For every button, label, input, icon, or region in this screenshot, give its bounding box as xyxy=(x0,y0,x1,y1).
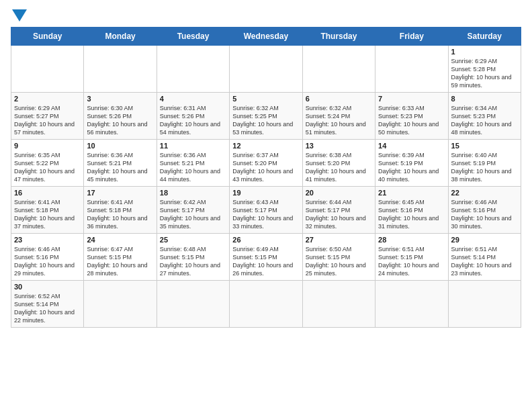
calendar-cell: 12 Sunrise: 6:37 AM Sunset: 5:20 PM Dayl… xyxy=(230,140,302,187)
daylight: Daylight: 10 hours and 59 minutes. xyxy=(451,74,512,89)
sunrise: Sunrise: 6:36 AM xyxy=(87,152,133,158)
daylight: Daylight: 10 hours and 40 minutes. xyxy=(378,168,439,183)
cell-info: Sunrise: 6:29 AM Sunset: 5:27 PM Dayligh… xyxy=(14,104,81,137)
calendar-cell xyxy=(302,281,375,328)
logo xyxy=(11,11,27,21)
calendar-cell: 9 Sunrise: 6:35 AM Sunset: 5:22 PM Dayli… xyxy=(11,140,84,187)
weekday-header-saturday: Saturday xyxy=(448,28,521,46)
sunrise: Sunrise: 6:43 AM xyxy=(232,199,279,205)
calendar-week-4: 16 Sunrise: 6:41 AM Sunset: 5:18 PM Dayl… xyxy=(11,187,521,234)
sunset: Sunset: 5:15 PM xyxy=(160,254,205,261)
day-number: 9 xyxy=(14,142,81,150)
sunrise: Sunrise: 6:37 AM xyxy=(232,152,279,158)
sunrise: Sunrise: 6:44 AM xyxy=(306,199,352,205)
day-number: 21 xyxy=(378,189,445,197)
daylight: Daylight: 10 hours and 26 minutes. xyxy=(232,262,293,277)
cell-info: Sunrise: 6:45 AM Sunset: 5:16 PM Dayligh… xyxy=(378,198,445,231)
calendar-cell: 30 Sunrise: 6:52 AM Sunset: 5:14 PM Dayl… xyxy=(11,281,84,328)
calendar-cell: 10 Sunrise: 6:36 AM Sunset: 5:21 PM Dayl… xyxy=(84,140,157,187)
sunrise: Sunrise: 6:39 AM xyxy=(378,152,425,158)
cell-info: Sunrise: 6:35 AM Sunset: 5:22 PM Dayligh… xyxy=(14,151,81,184)
sunrise: Sunrise: 6:35 AM xyxy=(14,152,60,158)
day-number: 23 xyxy=(14,236,81,244)
calendar-cell: 13 Sunrise: 6:38 AM Sunset: 5:20 PM Dayl… xyxy=(302,140,375,187)
calendar-cell: 25 Sunrise: 6:48 AM Sunset: 5:15 PM Dayl… xyxy=(157,234,229,281)
calendar-week-6: 30 Sunrise: 6:52 AM Sunset: 5:14 PM Dayl… xyxy=(11,281,521,328)
sunrise: Sunrise: 6:51 AM xyxy=(378,246,425,253)
day-number: 29 xyxy=(451,236,518,244)
calendar-cell: 15 Sunrise: 6:40 AM Sunset: 5:19 PM Dayl… xyxy=(448,140,521,187)
daylight: Daylight: 10 hours and 28 minutes. xyxy=(87,262,147,277)
daylight: Daylight: 10 hours and 37 minutes. xyxy=(14,215,75,230)
sunrise: Sunrise: 6:29 AM xyxy=(451,58,498,64)
daylight: Daylight: 10 hours and 31 minutes. xyxy=(378,215,439,230)
cell-info: Sunrise: 6:46 AM Sunset: 5:16 PM Dayligh… xyxy=(14,245,81,278)
calendar-cell: 5 Sunrise: 6:32 AM Sunset: 5:25 PM Dayli… xyxy=(230,93,302,140)
daylight: Daylight: 10 hours and 25 minutes. xyxy=(306,262,366,277)
daylight: Daylight: 10 hours and 41 minutes. xyxy=(306,168,366,183)
calendar-cell xyxy=(157,46,229,93)
sunset: Sunset: 5:21 PM xyxy=(160,160,205,167)
day-number: 26 xyxy=(232,236,299,244)
cell-info: Sunrise: 6:36 AM Sunset: 5:21 PM Dayligh… xyxy=(87,151,153,184)
calendar-cell: 22 Sunrise: 6:46 AM Sunset: 5:16 PM Dayl… xyxy=(448,187,521,234)
day-number: 14 xyxy=(378,142,445,150)
sunset: Sunset: 5:23 PM xyxy=(451,113,496,120)
daylight: Daylight: 10 hours and 48 minutes. xyxy=(451,121,512,136)
daylight: Daylight: 10 hours and 56 minutes. xyxy=(87,121,147,136)
sunset: Sunset: 5:19 PM xyxy=(378,160,423,167)
sunrise: Sunrise: 6:31 AM xyxy=(160,105,206,111)
calendar-cell: 7 Sunrise: 6:33 AM Sunset: 5:23 PM Dayli… xyxy=(375,93,448,140)
sunset: Sunset: 5:18 PM xyxy=(14,207,59,214)
calendar-cell: 16 Sunrise: 6:41 AM Sunset: 5:18 PM Dayl… xyxy=(11,187,84,234)
calendar-week-5: 23 Sunrise: 6:46 AM Sunset: 5:16 PM Dayl… xyxy=(11,234,521,281)
daylight: Daylight: 10 hours and 27 minutes. xyxy=(160,262,220,277)
sunset: Sunset: 5:15 PM xyxy=(232,254,277,261)
calendar-cell xyxy=(84,46,157,93)
calendar-cell xyxy=(375,281,448,328)
sunset: Sunset: 5:18 PM xyxy=(87,207,132,214)
calendar-cell xyxy=(230,281,302,328)
sunset: Sunset: 5:15 PM xyxy=(306,254,351,261)
sunrise: Sunrise: 6:32 AM xyxy=(232,105,279,111)
calendar-cell xyxy=(157,281,229,328)
cell-info: Sunrise: 6:30 AM Sunset: 5:26 PM Dayligh… xyxy=(87,104,153,137)
sunrise: Sunrise: 6:48 AM xyxy=(160,246,206,253)
sunrise: Sunrise: 6:30 AM xyxy=(87,105,133,111)
weekday-header-sunday: Sunday xyxy=(11,28,84,46)
sunset: Sunset: 5:23 PM xyxy=(378,113,423,120)
day-number: 6 xyxy=(306,95,372,103)
day-number: 19 xyxy=(232,189,299,197)
sunrise: Sunrise: 6:41 AM xyxy=(87,199,133,205)
weekday-header-tuesday: Tuesday xyxy=(157,28,229,46)
sunrise: Sunrise: 6:34 AM xyxy=(451,105,498,111)
sunset: Sunset: 5:20 PM xyxy=(306,160,351,167)
calendar-cell: 23 Sunrise: 6:46 AM Sunset: 5:16 PM Dayl… xyxy=(11,234,84,281)
cell-info: Sunrise: 6:48 AM Sunset: 5:15 PM Dayligh… xyxy=(160,245,226,278)
daylight: Daylight: 10 hours and 29 minutes. xyxy=(14,262,75,277)
day-number: 12 xyxy=(232,142,299,150)
calendar-cell xyxy=(448,281,521,328)
day-number: 24 xyxy=(87,236,153,244)
day-number: 10 xyxy=(87,142,153,150)
day-number: 27 xyxy=(306,236,372,244)
calendar-cell: 2 Sunrise: 6:29 AM Sunset: 5:27 PM Dayli… xyxy=(11,93,84,140)
day-number: 16 xyxy=(14,189,81,197)
weekday-header-friday: Friday xyxy=(375,28,448,46)
day-number: 25 xyxy=(160,236,226,244)
cell-info: Sunrise: 6:49 AM Sunset: 5:15 PM Dayligh… xyxy=(232,245,299,278)
calendar-table: SundayMondayTuesdayWednesdayThursdayFrid… xyxy=(11,27,521,328)
sunset: Sunset: 5:14 PM xyxy=(14,301,59,308)
sunset: Sunset: 5:19 PM xyxy=(451,160,496,167)
cell-info: Sunrise: 6:51 AM Sunset: 5:15 PM Dayligh… xyxy=(378,245,445,278)
sunrise: Sunrise: 6:51 AM xyxy=(451,246,498,253)
calendar-cell: 19 Sunrise: 6:43 AM Sunset: 5:17 PM Dayl… xyxy=(230,187,302,234)
cell-info: Sunrise: 6:29 AM Sunset: 5:28 PM Dayligh… xyxy=(451,57,518,90)
cell-info: Sunrise: 6:42 AM Sunset: 5:17 PM Dayligh… xyxy=(160,198,226,231)
calendar-cell: 28 Sunrise: 6:51 AM Sunset: 5:15 PM Dayl… xyxy=(375,234,448,281)
cell-info: Sunrise: 6:43 AM Sunset: 5:17 PM Dayligh… xyxy=(232,198,299,231)
calendar-cell: 11 Sunrise: 6:36 AM Sunset: 5:21 PM Dayl… xyxy=(157,140,229,187)
sunrise: Sunrise: 6:33 AM xyxy=(378,105,425,111)
calendar-cell xyxy=(84,281,157,328)
sunrise: Sunrise: 6:49 AM xyxy=(232,246,279,253)
